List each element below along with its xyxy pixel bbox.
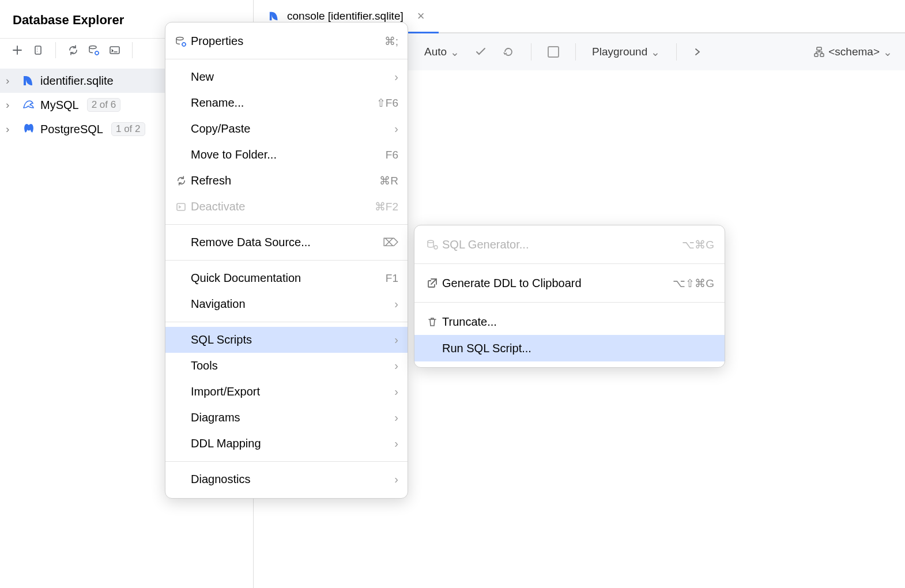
menu-item-label: SQL Scripts <box>191 333 394 346</box>
submenu-item-sql-generator: SQL Generator... ⌥⌘G <box>414 231 725 258</box>
chevron-right-icon: › <box>394 122 398 135</box>
chevron-down-icon: ⌄ <box>450 46 459 59</box>
menu-item-navigation[interactable]: Navigation › <box>165 291 408 317</box>
menu-item-shortcut: ⌘R <box>379 174 398 187</box>
postgresql-icon <box>21 123 37 135</box>
menu-item-shortcut: ⌘; <box>384 35 398 48</box>
menu-item-shortcut: ⌘F2 <box>375 200 398 213</box>
menu-item-label: Diagnostics <box>191 473 394 486</box>
separator <box>575 43 576 61</box>
svg-rect-11 <box>820 54 824 56</box>
stop-icon <box>548 46 559 58</box>
menu-item-new[interactable]: New › <box>165 64 408 90</box>
menu-item-shortcut: ⌦ <box>383 236 398 249</box>
tree-item-label: MySQL <box>40 99 79 112</box>
menu-item-label: Copy/Paste <box>191 122 394 135</box>
schema-dropdown[interactable]: <schema> ⌄ <box>810 44 896 61</box>
menu-item-label: Remove Data Source... <box>191 236 383 249</box>
submenu-item-truncate[interactable]: Truncate... <box>414 308 725 335</box>
menu-item-sql-scripts[interactable]: SQL Scripts › <box>165 327 408 353</box>
menu-item-label: Diagrams <box>191 411 394 424</box>
tree-item-label: PostgreSQL <box>40 123 103 136</box>
menu-item-label: Import/Export <box>191 385 394 398</box>
chevron-right-icon: › <box>394 297 398 311</box>
menu-item-label: Properties <box>191 35 384 48</box>
close-icon[interactable]: × <box>417 9 425 24</box>
refresh-icon <box>172 175 190 186</box>
separator <box>132 42 133 58</box>
svg-rect-6 <box>110 47 119 54</box>
menu-item-remove-data-source[interactable]: Remove Data Source... ⌦ <box>165 229 408 255</box>
menu-item-ddl-mapping[interactable]: DDL Mapping › <box>165 431 408 457</box>
menu-item-shortcut: ⌥⌘G <box>682 238 714 251</box>
schema-icon <box>813 46 825 58</box>
svg-point-16 <box>434 246 438 249</box>
mode-dropdown[interactable]: Playground⌄ <box>589 44 663 61</box>
menu-item-label: Move to Folder... <box>191 148 386 161</box>
chevron-right-icon: › <box>6 99 17 111</box>
sqlite-icon <box>267 9 281 23</box>
external-link-icon <box>423 277 442 289</box>
sqlite-icon <box>21 74 37 87</box>
svg-rect-2 <box>37 50 37 50</box>
breadcrumb-arrow-icon[interactable] <box>689 46 706 58</box>
menu-item-move-to-folder[interactable]: Move to Folder... F6 <box>165 142 408 168</box>
menu-item-shortcut: ⇧F6 <box>376 96 398 110</box>
menu-item-rename[interactable]: Rename... ⇧F6 <box>165 90 408 116</box>
schema-label: <schema> <box>828 46 880 58</box>
commit-icon[interactable] <box>471 44 491 60</box>
db-gear-icon <box>172 35 190 48</box>
add-icon[interactable] <box>8 41 27 59</box>
tx-mode-dropdown[interactable]: Auto⌄ <box>421 44 463 61</box>
chevron-right-icon: › <box>394 333 398 346</box>
tab-title: console [identifier.sqlite] <box>287 10 404 22</box>
menu-separator <box>165 224 408 225</box>
sql-generator-icon <box>423 238 442 251</box>
console-icon[interactable] <box>105 41 124 59</box>
menu-separator <box>165 260 408 261</box>
svg-rect-9 <box>817 47 821 50</box>
context-menu: Properties ⌘; New › Rename... ⇧F6 Copy/P… <box>165 22 408 499</box>
menu-item-label: New <box>191 70 394 84</box>
separator <box>531 43 531 61</box>
stop-button[interactable] <box>544 44 563 59</box>
menu-item-label: Quick Documentation <box>191 272 386 285</box>
menu-separator <box>165 59 408 59</box>
copy-icon[interactable] <box>29 41 47 59</box>
svg-point-13 <box>182 43 186 46</box>
menu-separator <box>414 263 725 264</box>
menu-item-diagnostics[interactable]: Diagnostics › <box>165 466 408 492</box>
menu-item-diagrams[interactable]: Diagrams › <box>165 405 408 431</box>
menu-item-label: DDL Mapping <box>191 437 394 450</box>
refresh-icon[interactable] <box>64 41 82 59</box>
svg-rect-8 <box>270 12 272 21</box>
menu-item-label: Refresh <box>191 174 379 187</box>
separator <box>676 43 677 61</box>
menu-item-deactivate: Deactivate ⌘F2 <box>165 194 408 220</box>
menu-item-import-export[interactable]: Import/Export › <box>165 379 408 405</box>
menu-item-refresh[interactable]: Refresh ⌘R <box>165 168 408 194</box>
submenu-item-generate-ddl[interactable]: Generate DDL to Clipboard ⌥⇧⌘G <box>414 270 725 296</box>
svg-rect-3 <box>37 51 37 52</box>
chevron-right-icon: › <box>6 74 17 87</box>
menu-separator <box>414 302 725 303</box>
submenu-item-run-sql-script[interactable]: Run SQL Script... <box>414 335 725 361</box>
chevron-right-icon: › <box>394 473 398 486</box>
deactivate-icon <box>172 201 190 213</box>
menu-item-label: Deactivate <box>191 200 375 213</box>
menu-item-label: Rename... <box>191 96 376 110</box>
menu-item-shortcut: ⌥⇧⌘G <box>673 277 714 290</box>
separator <box>55 42 56 58</box>
menu-item-quick-documentation[interactable]: Quick Documentation F1 <box>165 265 408 291</box>
menu-item-label: Truncate... <box>442 315 714 329</box>
tree-item-label: identifier.sqlite <box>40 74 114 88</box>
menu-item-properties[interactable]: Properties ⌘; <box>165 28 408 54</box>
svg-point-15 <box>428 240 433 243</box>
chevron-right-icon: › <box>394 437 398 450</box>
db-gear-icon[interactable] <box>85 41 103 59</box>
menu-item-copy-paste[interactable]: Copy/Paste › <box>165 116 408 142</box>
menu-item-shortcut: F1 <box>386 272 398 285</box>
rollback-icon[interactable] <box>499 44 518 60</box>
trash-icon <box>423 316 442 327</box>
menu-item-tools[interactable]: Tools › <box>165 353 408 379</box>
